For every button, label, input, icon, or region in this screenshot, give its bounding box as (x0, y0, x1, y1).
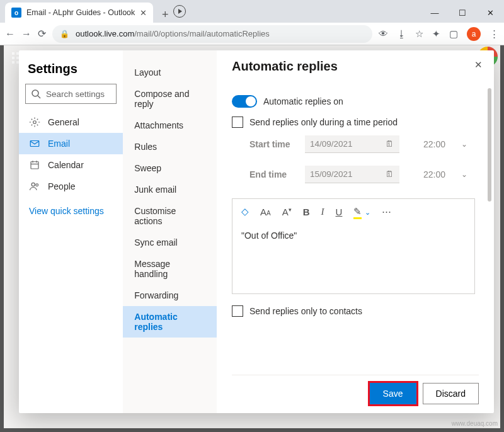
close-window-icon[interactable]: ✕ (476, 3, 504, 23)
tab-title: Email - ALphr Guides - Outlook (26, 8, 135, 17)
browser-titlebar: o Email - ALphr Guides - Outlook ✕ + ― ☐… (0, 0, 504, 23)
subnav-message-handling[interactable]: Message handling (123, 253, 217, 285)
chevron-down-icon[interactable]: ⌄ (461, 140, 475, 149)
category-email[interactable]: Email (19, 133, 123, 154)
subnav-rules[interactable]: Rules (123, 136, 217, 157)
profile-avatar[interactable]: a (467, 27, 481, 41)
underline-icon[interactable]: U (336, 207, 343, 217)
end-hour-value[interactable]: 22:00 (423, 169, 456, 179)
eye-icon[interactable]: 👁 (379, 28, 388, 39)
end-time-label: End time (249, 169, 300, 179)
category-calendar[interactable]: Calendar (19, 154, 123, 176)
window-controls: ― ☐ ✕ (421, 3, 504, 23)
mail-icon (29, 138, 40, 149)
settings-subnav: Layout Compose and reply Attachments Rul… (123, 50, 217, 413)
calendar-picker-icon: 🗓 (386, 169, 394, 179)
calendar-picker-icon: 🗓 (386, 139, 394, 149)
extensions-icon[interactable]: ✦ (432, 28, 440, 40)
reload-icon[interactable]: ⟳ (38, 28, 46, 40)
bookmark-icon[interactable]: ☆ (415, 28, 423, 40)
page-body: Settings Search settings General Email C… (0, 45, 504, 432)
people-icon (29, 181, 40, 192)
watermark: www.deuaq.com (452, 420, 498, 427)
subnav-layout[interactable]: Layout (123, 62, 217, 83)
start-hour-value[interactable]: 22:00 (423, 139, 456, 149)
chevron-down-icon[interactable]: ⌄ (461, 170, 475, 179)
start-time-label: Start time (249, 139, 300, 149)
discard-button[interactable]: Discard (423, 383, 479, 404)
font-size-icon[interactable]: A▾ (282, 207, 292, 217)
subnav-forwarding[interactable]: Forwarding (123, 285, 217, 306)
subnav-sweep[interactable]: Sweep (123, 157, 217, 179)
italic-icon[interactable]: I (321, 207, 324, 217)
minimize-icon[interactable]: ― (421, 3, 449, 23)
category-people[interactable]: People (19, 176, 123, 197)
editor-textarea[interactable]: "Out of Office" (232, 224, 474, 293)
view-quick-settings-link[interactable]: View quick settings (19, 197, 123, 225)
panel-content: Automatic replies on Send replies only d… (232, 86, 479, 370)
category-list: General Email Calendar People (19, 111, 123, 197)
svg-line-1 (38, 96, 40, 98)
time-period-label: Send replies only during a time period (249, 117, 398, 127)
subnav-automatic-replies[interactable]: Automatic replies (123, 306, 217, 338)
contacts-only-checkbox[interactable] (232, 305, 243, 317)
subnav-list: Layout Compose and reply Attachments Rul… (123, 62, 217, 338)
settings-title: Settings (28, 62, 114, 76)
search-placeholder: Search settings (46, 89, 105, 99)
category-general[interactable]: General (19, 111, 123, 133)
outlook-favicon: o (11, 8, 21, 18)
install-icon[interactable]: ⭳ (397, 28, 406, 39)
toggle-label: Automatic replies on (263, 96, 343, 106)
panel-title: Automatic replies (232, 59, 479, 74)
settings-sidebar: Settings Search settings General Email C… (19, 50, 123, 413)
more-formatting-icon[interactable]: ⋯ (382, 206, 391, 217)
cast-icon[interactable]: ▢ (449, 28, 458, 40)
highlight-icon[interactable]: ✎ ⌄ (353, 206, 370, 217)
search-icon (31, 89, 41, 99)
menu-icon[interactable]: ⋮ (490, 28, 499, 40)
subnav-customise[interactable]: Customise actions (123, 200, 217, 232)
subnav-junk[interactable]: Junk email (123, 179, 217, 200)
reply-editor: ◇ AA A▾ B I U ✎ ⌄ ⋯ "Out of Office" (232, 198, 475, 294)
start-date-input[interactable]: 14/09/2021🗓 (305, 135, 399, 153)
new-tab-button[interactable]: + (157, 6, 173, 23)
subnav-compose[interactable]: Compose and reply (123, 83, 217, 115)
panel-footer: Save Discard (232, 375, 479, 404)
calendar-icon (29, 159, 40, 171)
svg-point-8 (32, 183, 35, 186)
subnav-sync[interactable]: Sync email (123, 232, 217, 253)
address-bar[interactable]: 🔒 outlook.live.com/mail/0/options/mail/a… (52, 25, 372, 43)
browser-tab[interactable]: o Email - ALphr Guides - Outlook ✕ (5, 3, 153, 23)
editor-toolbar: ◇ AA A▾ B I U ✎ ⌄ ⋯ (232, 199, 474, 224)
svg-point-0 (32, 90, 38, 96)
settings-dialog: Settings Search settings General Email C… (19, 50, 494, 413)
subnav-attachments[interactable]: Attachments (123, 115, 217, 136)
toolbar-icons: 👁 ⭳ ☆ ✦ ▢ a ⋮ (379, 27, 499, 41)
close-dialog-icon[interactable]: ✕ (474, 59, 483, 71)
time-period-checkbox[interactable] (232, 117, 243, 128)
search-settings-input[interactable]: Search settings (25, 84, 117, 104)
svg-rect-4 (31, 162, 38, 169)
contacts-only-label: Send replies only to contacts (249, 306, 362, 316)
maximize-icon[interactable]: ☐ (449, 3, 476, 23)
forward-icon[interactable]: → (21, 28, 32, 40)
scrollbar[interactable] (488, 88, 491, 375)
close-tab-icon[interactable]: ✕ (140, 8, 147, 18)
end-date-input[interactable]: 15/09/2021🗓 (305, 166, 399, 183)
svg-point-2 (33, 121, 37, 124)
lock-icon: 🔒 (60, 30, 69, 38)
bold-icon[interactable]: B (303, 207, 310, 217)
save-button[interactable]: Save (370, 383, 416, 404)
browser-toolbar: ← → ⟳ 🔒 outlook.live.com/mail/0/options/… (0, 23, 504, 45)
url-text: outlook.live.com/mail/0/options/mail/aut… (76, 29, 270, 38)
svg-point-9 (36, 184, 38, 186)
media-badge-icon[interactable] (173, 5, 186, 18)
back-icon[interactable]: ← (5, 28, 15, 40)
auto-replies-toggle[interactable] (232, 95, 257, 108)
svg-rect-3 (30, 141, 39, 147)
settings-panel: ✕ Automatic replies Automatic replies on… (217, 50, 494, 413)
gear-icon (29, 117, 40, 128)
font-family-icon[interactable]: AA (260, 207, 271, 217)
eraser-icon[interactable]: ◇ (241, 206, 249, 217)
